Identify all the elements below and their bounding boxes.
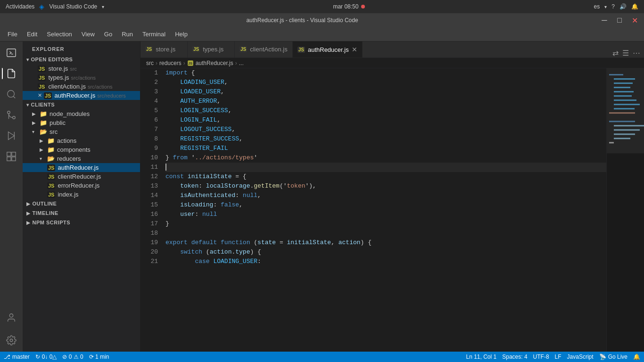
breadcrumb-reducers[interactable]: reducers bbox=[159, 60, 182, 66]
file-path: src/actions bbox=[88, 84, 113, 90]
tab-clientaction[interactable]: JS clientAction.js bbox=[235, 41, 293, 58]
arrow-icon: ▶ bbox=[32, 120, 38, 125]
menu-edit[interactable]: Edit bbox=[23, 29, 41, 40]
outline-section[interactable]: ▶ OUTLINE bbox=[23, 199, 140, 208]
file-clientreducer[interactable]: JS clientReducer.js bbox=[23, 172, 140, 181]
git-branch-label: master bbox=[12, 354, 30, 360]
menu-bar: File Edit Selection View Go Run Terminal… bbox=[0, 27, 644, 41]
npm-scripts-section[interactable]: ▶ NPM SCRIPTS bbox=[23, 218, 140, 227]
folder-label: reducers bbox=[57, 155, 81, 162]
activity-explorer[interactable] bbox=[2, 64, 21, 83]
menu-help[interactable]: Help bbox=[171, 29, 191, 40]
code-content[interactable]: import { LOADING_USER, LOADED_USER, AUTH… bbox=[162, 68, 606, 352]
activity-extensions[interactable] bbox=[2, 147, 21, 166]
breadcrumb-symbol[interactable]: ... bbox=[239, 60, 244, 66]
notifications-item[interactable]: 🔔 bbox=[633, 354, 640, 360]
breadcrumb-src[interactable]: src bbox=[146, 60, 154, 66]
maximize-button[interactable]: □ bbox=[615, 16, 624, 25]
file-path: src/reducers bbox=[97, 93, 126, 99]
menu-selection[interactable]: Selection bbox=[43, 29, 75, 40]
cursor-label: Ln 11, Col 1 bbox=[466, 354, 497, 360]
spaces-label: Spaces: 4 bbox=[502, 354, 527, 360]
breadcrumb: src › reducers › JS authReducer.js › ... bbox=[140, 58, 644, 68]
activity-accounts[interactable] bbox=[2, 308, 21, 327]
open-editors-section[interactable]: ▾ OPEN EDITORS bbox=[23, 55, 140, 64]
folder-public[interactable]: ▶ 📁 public bbox=[23, 118, 140, 127]
file-authreducer[interactable]: JS authReducer.js bbox=[23, 163, 140, 172]
more-actions-button[interactable]: ⋯ bbox=[633, 49, 640, 58]
folder-label: public bbox=[50, 119, 66, 126]
activity-terminal[interactable] bbox=[2, 43, 21, 62]
menu-view[interactable]: View bbox=[78, 29, 99, 40]
tab-types[interactable]: JS types.js bbox=[188, 41, 235, 58]
timing-label: ⟳ 1 min bbox=[89, 354, 109, 360]
folder-icon: 📁 bbox=[40, 119, 47, 126]
activity-run[interactable] bbox=[2, 126, 21, 145]
toggle-panel-button[interactable]: ☰ bbox=[622, 49, 629, 58]
folder-actions[interactable]: ▶ 📁 actions bbox=[23, 136, 140, 145]
os-lang: es bbox=[594, 3, 600, 10]
folder-open-icon: 📂 bbox=[40, 128, 47, 135]
folder-node-modules[interactable]: ▶ 📁 node_modules bbox=[23, 109, 140, 118]
folder-src[interactable]: ▾ 📂 src bbox=[23, 127, 140, 136]
spaces-item[interactable]: Spaces: 4 bbox=[502, 354, 527, 360]
encoding-item[interactable]: UTF-8 bbox=[533, 354, 549, 360]
split-editor-button[interactable]: ⇄ bbox=[612, 49, 619, 58]
live-share-label: Go Live bbox=[608, 354, 627, 360]
clients-label: CLIENTS bbox=[31, 102, 55, 107]
folder-icon: 📁 bbox=[47, 146, 55, 153]
open-editor-clientaction[interactable]: JS clientAction.js src/actions bbox=[23, 82, 140, 91]
cursor-item[interactable]: Ln 11, Col 1 bbox=[466, 354, 497, 360]
menu-run[interactable]: Run bbox=[118, 29, 137, 40]
title-bar: authReducer.js - clients - Visual Studio… bbox=[0, 13, 644, 27]
open-editor-authreducer[interactable]: ✕ JS authReducer.js src/reducers bbox=[23, 91, 140, 100]
close-button[interactable]: ✕ bbox=[630, 16, 639, 25]
open-editor-types[interactable]: JS types.js src/actions bbox=[23, 73, 140, 82]
bell-icon: 🔔 bbox=[633, 354, 640, 360]
js-icon: JS bbox=[47, 165, 55, 171]
language-item[interactable]: JavaScript bbox=[567, 354, 594, 360]
timeline-section[interactable]: ▶ TIMELINE bbox=[23, 208, 140, 218]
js-icon: JS bbox=[145, 46, 153, 52]
breadcrumb-file[interactable]: authReducer.js bbox=[196, 60, 233, 66]
code-editor[interactable]: 1 2 3 4 5 6 7 8 9 10 11 12 13 14 15 16 1 bbox=[140, 68, 606, 352]
folder-reducers[interactable]: ▾ 📂 reducers bbox=[23, 154, 140, 163]
sync-item[interactable]: ↻ 0↓ 0△ bbox=[35, 354, 57, 360]
os-help: ? bbox=[611, 3, 615, 10]
file-path: src/actions bbox=[71, 75, 96, 81]
activity-settings[interactable] bbox=[2, 331, 21, 350]
timeline-arrow: ▶ bbox=[26, 211, 31, 216]
go-live-item[interactable]: 📡 Go Live bbox=[599, 354, 627, 360]
activity-search[interactable] bbox=[2, 85, 21, 104]
tab-close-button[interactable]: ✕ bbox=[352, 46, 357, 53]
tab-authreducer[interactable]: JS authReducer.js ✕ bbox=[293, 41, 363, 58]
menu-file[interactable]: File bbox=[4, 29, 21, 40]
js-icon: JS bbox=[38, 74, 46, 81]
line-ending-item[interactable]: LF bbox=[555, 354, 561, 360]
errors-item[interactable]: ⊘ 0 ⚠ 0 bbox=[62, 354, 83, 360]
menu-terminal[interactable]: Terminal bbox=[139, 29, 169, 40]
activity-source-control[interactable] bbox=[2, 106, 21, 124]
js-icon: JS bbox=[47, 182, 55, 189]
tab-store[interactable]: JS store.js bbox=[140, 41, 188, 58]
menu-go[interactable]: Go bbox=[100, 29, 116, 40]
git-branch-item[interactable]: ⎇ master bbox=[4, 354, 30, 360]
tab-label: store.js bbox=[156, 46, 175, 53]
os-chevron-lang-icon: ▾ bbox=[604, 4, 607, 9]
folder-label: node_modules bbox=[50, 110, 90, 117]
folder-components[interactable]: ▶ 📁 components bbox=[23, 145, 140, 154]
clients-section[interactable]: ▾ CLIENTS bbox=[23, 100, 140, 109]
tab-label: types.js bbox=[203, 46, 223, 53]
file-errorreducer[interactable]: JS errorReducer.js bbox=[23, 181, 140, 190]
folder-icon: 📁 bbox=[47, 137, 55, 144]
breadcrumb-sep: › bbox=[183, 60, 185, 66]
os-activities[interactable]: Actividades bbox=[6, 3, 34, 10]
errors-label: ⊘ 0 ⚠ 0 bbox=[62, 354, 83, 360]
open-editor-store[interactable]: JS store.js src bbox=[23, 64, 140, 73]
timeline-label: TIMELINE bbox=[33, 210, 58, 216]
antenna-icon: 📡 bbox=[599, 354, 606, 360]
minimize-button[interactable]: ─ bbox=[600, 16, 609, 25]
js-icon: JS bbox=[38, 66, 46, 72]
timing-item[interactable]: ⟳ 1 min bbox=[89, 354, 109, 360]
file-index[interactable]: JS index.js bbox=[23, 190, 140, 199]
